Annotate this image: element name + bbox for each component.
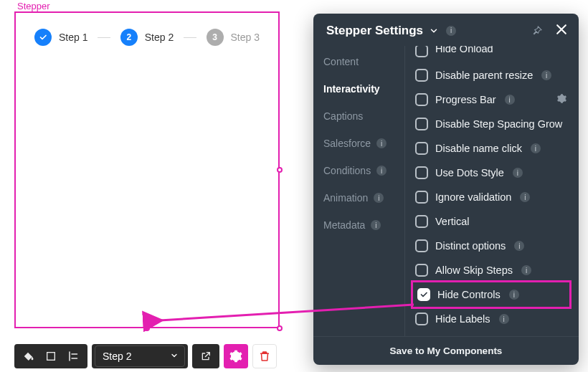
step-bubble-3[interactable]: 3 — [207, 29, 224, 46]
option-label: Distinct options — [435, 240, 506, 252]
align-button[interactable] — [63, 345, 85, 367]
checkbox[interactable] — [415, 191, 428, 204]
option-label: Disable name click — [435, 143, 522, 154]
step-selector[interactable]: Step 2 — [95, 345, 185, 367]
checkbox[interactable] — [415, 264, 428, 277]
panel-tab[interactable]: Salesforcei — [313, 130, 404, 156]
option-row[interactable]: Vertical — [405, 209, 576, 234]
option-label: Allow Skip Steps — [435, 264, 513, 276]
panel-tab[interactable]: Metadatai — [313, 212, 404, 238]
step-connector — [184, 37, 196, 38]
chevron-down-icon — [170, 350, 179, 362]
bottom-toolbar: Step 2 — [14, 344, 277, 368]
option-row[interactable]: Use Dots Stylei — [405, 161, 576, 185]
gear-icon — [229, 349, 243, 363]
step-connector — [98, 37, 110, 38]
steps-row: Step 1 2 Step 2 3 Step 3 — [16, 13, 278, 62]
panel-tab[interactable]: Conditionsi — [313, 158, 404, 183]
fill-button[interactable] — [17, 345, 39, 367]
step-label-2[interactable]: Step 2 — [145, 32, 174, 43]
info-icon[interactable]: i — [376, 138, 387, 148]
info-icon[interactable]: i — [505, 95, 515, 105]
stepper-canvas[interactable]: Step 1 2 Step 2 3 Step 3 — [14, 11, 280, 328]
panel-options[interactable]: Hide OnloadDisable parent resizeiProgres… — [405, 46, 579, 336]
checkbox[interactable] — [417, 288, 430, 301]
option-label: Disable Step Spacing Grow — [435, 118, 562, 130]
step-bubble-1[interactable] — [34, 29, 52, 46]
info-icon[interactable]: i — [514, 241, 524, 251]
checkbox[interactable] — [415, 118, 428, 130]
panel-header: Stepper Settings i — [313, 14, 579, 46]
checkbox[interactable] — [415, 69, 428, 82]
option-row[interactable]: Disable name clicki — [405, 136, 576, 161]
info-icon[interactable]: i — [531, 143, 541, 153]
info-icon[interactable]: i — [376, 166, 387, 176]
option-label: Hide Labels — [435, 313, 490, 325]
panel-title: Stepper Settings — [326, 24, 423, 38]
info-icon[interactable]: i — [374, 193, 384, 203]
resize-handle-corner[interactable] — [277, 325, 283, 331]
checkbox[interactable] — [415, 142, 428, 155]
resize-handle-right[interactable] — [277, 167, 283, 173]
option-label: Hide Onload — [435, 46, 493, 54]
toolbar-group-style — [14, 344, 87, 368]
close-icon — [554, 22, 569, 37]
option-row[interactable]: Hide Labelsi — [405, 307, 576, 331]
chevron-down-icon[interactable] — [429, 26, 439, 36]
paint-bucket-icon — [22, 350, 34, 363]
settings-button[interactable] — [224, 344, 248, 368]
option-label: Disable parent resize — [435, 70, 533, 81]
info-icon[interactable]: i — [513, 168, 523, 178]
option-label: Progress Bar — [435, 94, 496, 105]
option-row[interactable]: Disable parent resizei — [405, 63, 576, 87]
option-label: Ignore validation — [435, 191, 511, 203]
panel-tab-label: Conditions — [323, 165, 371, 176]
close-button[interactable] — [554, 22, 569, 39]
option-row[interactable]: Progress Bari — [405, 87, 576, 112]
option-row[interactable]: Hide Controlsi — [411, 280, 572, 309]
option-row[interactable]: Disable Step Spacing Grow — [405, 112, 576, 136]
panel-tab-label: Content — [323, 56, 359, 67]
panel-tab-label: Interactivity — [323, 83, 380, 95]
info-icon[interactable]: i — [371, 220, 381, 230]
gear-icon[interactable] — [556, 93, 567, 106]
checkbox[interactable] — [415, 215, 428, 228]
option-label: Use Dots Style — [435, 167, 504, 178]
info-icon[interactable]: i — [521, 265, 531, 275]
panel-tab[interactable]: Interactivity — [313, 76, 404, 102]
panel-tab-label: Metadata — [323, 219, 365, 231]
pin-icon[interactable] — [531, 25, 543, 37]
square-icon — [45, 350, 57, 362]
save-to-components-button[interactable]: Save to My Components — [313, 336, 579, 365]
option-row[interactable]: Allow Skip Stepsi — [405, 258, 576, 282]
step-label-3[interactable]: Step 3 — [231, 32, 260, 43]
option-row[interactable]: Distinct optionsi — [405, 234, 576, 258]
open-external-button[interactable] — [195, 345, 217, 367]
info-icon[interactable]: i — [541, 70, 551, 80]
panel-tab[interactable]: Animationi — [313, 185, 404, 211]
checkbox[interactable] — [415, 313, 428, 325]
trash-icon — [258, 350, 271, 363]
step-bubble-2[interactable]: 2 — [120, 29, 138, 46]
checkbox[interactable] — [415, 93, 428, 106]
checkbox[interactable] — [415, 46, 428, 57]
check-icon — [39, 33, 47, 42]
panel-tab[interactable]: Captions — [313, 103, 404, 129]
info-icon[interactable]: i — [509, 290, 519, 300]
option-row[interactable]: Ignore validationi — [405, 185, 576, 209]
info-icon[interactable]: i — [520, 192, 530, 202]
checkbox[interactable] — [415, 239, 428, 252]
info-icon[interactable]: i — [499, 314, 509, 324]
panel-tab[interactable]: Content — [313, 49, 404, 75]
checkbox[interactable] — [415, 166, 428, 179]
border-button[interactable] — [40, 345, 62, 367]
info-icon[interactable]: i — [446, 26, 456, 36]
toolbar-group-step: Step 2 — [92, 344, 188, 368]
resize-handle-bottom[interactable] — [144, 325, 150, 331]
option-row[interactable]: Hide Onload — [405, 46, 576, 63]
panel-tab-label: Captions — [323, 110, 363, 122]
delete-button[interactable] — [252, 344, 277, 368]
option-label: Hide Controls — [437, 289, 501, 300]
external-link-icon — [200, 350, 212, 362]
step-label-1[interactable]: Step 1 — [59, 32, 87, 43]
